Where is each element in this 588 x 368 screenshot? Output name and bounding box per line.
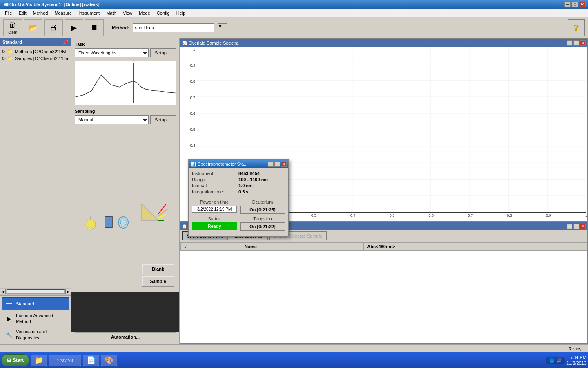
menu-math[interactable]: Math [103,10,119,16]
run-button[interactable]: ▶ [65,19,83,36]
svg-rect-0 [75,61,175,105]
menu-config[interactable]: Config [154,10,173,16]
range-label: Range: [192,177,237,182]
range-value: 190 - 1100 nm [238,177,268,182]
clock[interactable]: 5:34 PM 11/8/2013 [566,355,586,366]
spectra-close-btn[interactable]: ✕ [580,40,586,46]
sidebar-item-execute[interactable]: ▶ Execute AdvancedMethod [2,311,69,327]
close-button[interactable]: ✕ [579,2,586,7]
clear-label: Clear [8,30,17,34]
standard-icon: 〰 [4,299,13,308]
method-section: Method: ▼ [112,23,227,32]
sample-result-window: 📋 Sample/Result Table ─ □ ✕ Show Sample … [180,222,588,344]
automation-bar[interactable]: Automation... [75,332,176,341]
sidebar-scrollbar[interactable]: ◀ ▶ [0,288,71,296]
volume-icon: 🔊 [557,358,561,363]
sample-close-btn[interactable]: ✕ [580,224,586,229]
sidebar-title: Standard [2,40,22,45]
method-input[interactable] [133,23,214,32]
clock-date: 11/8/2013 [566,360,586,366]
sidebar-item-standard[interactable]: 〰 Standard [2,297,69,310]
status-label: Status [192,216,237,221]
sampling-section: Sampling Manual Auto Setup ... [75,109,176,124]
menu-method[interactable]: Method [30,10,51,16]
folder-icon: 📁 [7,49,13,54]
task-setup-button[interactable]: Setup ... [150,48,176,57]
sample-button[interactable]: Sample [142,276,174,287]
scroll-left-btn[interactable]: ◀ [0,289,6,294]
sidebar-item-verification[interactable]: 🔧 Verification andDiagnostics [2,327,69,343]
help-button[interactable]: ? [568,19,585,36]
dialog-minimize-btn[interactable]: ─ [268,162,274,167]
sample-minimize-btn[interactable]: ─ [567,224,572,229]
folder-icon2: 📁 [7,56,13,61]
paint-icon: 🎨 [105,356,114,365]
sampling-dropdown[interactable]: Manual Auto [75,115,149,124]
start-button[interactable]: ⊞ Start [2,354,29,366]
sidebar-item-verification-label: Verification andDiagnostics [16,329,47,341]
app-title: 845x UV-Visible System[1] [Online] [wate… [7,2,100,7]
output-display [71,292,179,332]
deuterium-group: Deuterium On [0:21:25] [240,200,285,214]
task-label: Task [75,42,176,47]
dialog-maximize-btn[interactable]: □ [274,162,280,167]
tree-item-samples-label: Samples [C:\Chem32\1\Da [15,56,68,61]
clear-button[interactable]: 🗑 Clear [3,19,22,36]
col-header-name: Name [241,243,363,251]
verification-icon: 🔧 [4,330,13,339]
load-method-icon: 📂 [29,23,38,32]
task-dropdown[interactable]: Fixed Wavelengths Scanning Kinetics [75,48,149,57]
sidebar: Standard 📌 ▷ 📁 Methods [C:\Chem32\1\M ▷ … [0,38,71,344]
load-method-button[interactable]: 📂 [24,19,42,36]
stop-icon: ⏹ [91,23,98,32]
windows-icon: ⊞ [7,357,11,363]
blank-button[interactable]: Blank [142,264,174,274]
menu-mode[interactable]: Mode [136,10,154,16]
tree-item-methods[interactable]: ▷ 📁 Methods [C:\Chem32\1\M [2,48,69,55]
uvvis-icon: 〰 [57,358,61,363]
sample-maximize-btn[interactable]: □ [573,224,579,229]
taskbar-explorer[interactable]: 📁 [31,355,47,366]
dialog-close-btn[interactable]: ✕ [281,162,287,167]
menu-measure[interactable]: Measure [51,10,75,16]
tungsten-label: Tungsten [240,216,285,221]
instrument-diagram: Blank Sample [75,128,176,288]
minimize-button[interactable]: ─ [564,2,571,7]
menu-edit[interactable]: Edit [16,10,30,16]
method-browse-button[interactable]: ▼ [218,23,227,32]
menu-help[interactable]: Help [173,10,189,16]
sampling-setup-button[interactable]: Setup ... [150,115,176,124]
ready-label: Ready [568,346,585,351]
stop-button[interactable]: ⏹ [85,19,104,36]
scroll-right-btn[interactable]: ▶ [65,289,71,294]
taskbar-uvvis[interactable]: 〰 UV-Vis [49,355,81,366]
power-on-label: Power on time [192,200,237,204]
menu-view[interactable]: View [120,10,136,16]
spectrophotometer-dialog: 📊 Spectrophotometer Sta... ─ □ ✕ Instrum… [188,159,289,237]
title-bar: 🖥 845x UV-Visible System[1] [Online] [wa… [0,0,588,9]
taskbar-paint[interactable]: 🎨 [101,355,117,366]
instrument-label: Instrument: [192,171,237,176]
status-group: Status Ready [192,216,237,231]
task-dropdown-row: Fixed Wavelengths Scanning Kinetics Setu… [75,48,176,57]
menu-file[interactable]: File [2,10,16,16]
left-panel: Task Fixed Wavelengths Scanning Kinetics… [71,38,180,344]
start-label: Start [13,357,24,363]
menu-instrument[interactable]: Instrument [75,10,103,16]
overlaid-spectra-title: Overlaid Sample Spectra [189,40,238,45]
network-icon: 🌐 [549,358,554,363]
power-on-value: 3/2/2022 12:19 PM [192,206,237,213]
integration-label: Integration time: [192,189,237,194]
svg-rect-5 [105,216,112,228]
spectra-minimize-btn[interactable]: ─ [567,40,572,46]
tree-item-samples[interactable]: ▷ 📁 Samples [C:\Chem32\1\Da [2,55,69,62]
maximize-button[interactable]: □ [572,2,578,7]
scroll-track[interactable] [7,289,65,294]
sidebar-tree: ▷ 📁 Methods [C:\Chem32\1\M ▷ 📁 Samples [… [0,46,71,288]
power-on-group: Power on time 3/2/2022 12:19 PM [192,200,237,214]
spectra-maximize-btn[interactable]: □ [573,40,579,46]
deuterium-status: On [0:21:25] [240,206,285,214]
print-button[interactable]: 🖨 [44,19,63,36]
sidebar-pin-icon[interactable]: 📌 [63,40,69,45]
taskbar-pdf[interactable]: 📄 [83,355,99,366]
